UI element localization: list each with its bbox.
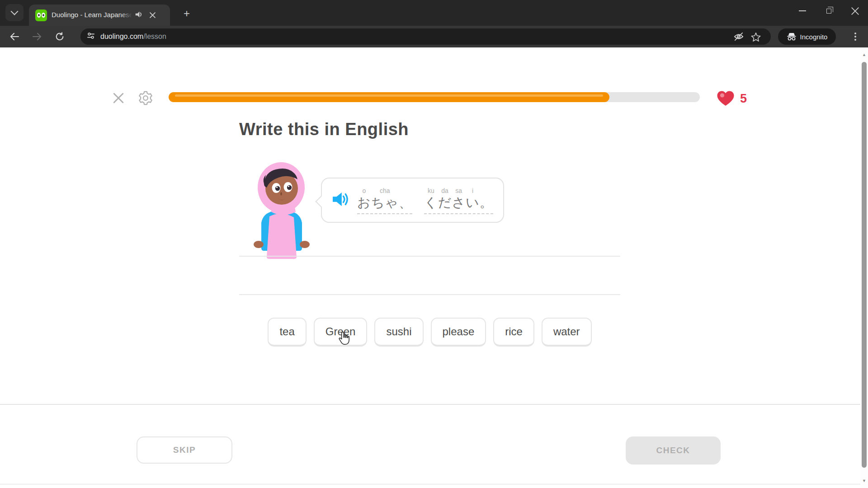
kana-text: い — [466, 195, 480, 210]
browser-menu-button[interactable] — [849, 30, 862, 43]
sentence-char: saさ — [452, 187, 466, 210]
tab-title: Duolingo - Learn Japanese — [52, 11, 132, 19]
cursor-pointer — [337, 331, 351, 348]
word-bank: teaGreensushipleasericewater — [239, 318, 620, 347]
lesson-page: 5 Write this in English — [0, 47, 860, 488]
page-scrollbar[interactable]: ▲ ▼ — [860, 47, 868, 488]
word-tile-sushi[interactable]: sushi — [374, 318, 423, 347]
tab-close-icon[interactable] — [148, 11, 156, 19]
new-tab-button[interactable]: + — [180, 7, 193, 20]
sentence-char: 、 — [399, 187, 412, 210]
kana-text: 、 — [399, 195, 412, 210]
challenge-prompt: Write this in English — [239, 120, 409, 139]
restore-icon — [826, 9, 831, 14]
lesson-progress-fill — [169, 92, 609, 102]
window-close-button[interactable] — [842, 0, 868, 22]
bookmark-star-icon[interactable] — [747, 28, 764, 45]
duolingo-favicon-icon — [35, 9, 47, 21]
lesson-progress-bar — [169, 92, 700, 102]
back-button[interactable] — [5, 26, 24, 47]
japanese-sentence[interactable]: oおchaちゃ、kuくdaだsaさiい。 — [357, 187, 493, 214]
sentence-char: kuく — [424, 187, 438, 210]
tab-search-button[interactable] — [5, 4, 24, 21]
chevron-down-icon — [11, 8, 19, 15]
kana-text: く — [424, 195, 438, 210]
furigana: sa — [455, 187, 462, 195]
answer-line-1 — [239, 256, 620, 257]
tab-strip: Duolingo - Learn Japanese + — [0, 0, 868, 26]
address-bar[interactable]: duolingo.com/lesson — [80, 28, 771, 45]
character-illustration — [249, 155, 314, 261]
bottom-hairline — [0, 484, 860, 484]
kana-text: だ — [438, 195, 452, 210]
kana-text: お — [357, 195, 371, 210]
answer-line-2 — [239, 294, 620, 295]
kana-text: 。 — [480, 195, 493, 210]
sentence-bubble: oおchaちゃ、kuくdaだsaさiい。 — [321, 178, 504, 223]
sentence-char: daだ — [438, 187, 452, 210]
incognito-icon — [787, 33, 797, 41]
minimize-icon — [799, 10, 806, 11]
word-tile-tea[interactable]: tea — [268, 318, 306, 347]
tab-audio-icon[interactable] — [135, 11, 143, 20]
word-tile-water[interactable]: water — [542, 318, 592, 347]
lesson-settings-button[interactable] — [137, 89, 154, 107]
furigana: da — [441, 187, 448, 195]
audio-play-button[interactable] — [332, 192, 349, 209]
forward-button[interactable] — [28, 26, 46, 47]
heart-icon — [717, 90, 735, 107]
incognito-badge: Incognito — [778, 28, 836, 45]
close-icon — [851, 7, 859, 15]
word-tile-rice[interactable]: rice — [493, 318, 534, 347]
footer-divider — [0, 404, 860, 405]
sentence-char: oお — [357, 187, 371, 210]
window-restore-button[interactable] — [816, 0, 842, 22]
browser-toolbar: duolingo.com/lesson — [0, 26, 868, 47]
browser-chrome: Duolingo - Learn Japanese + — [0, 0, 868, 47]
sentence-char: chaちゃ — [371, 187, 399, 210]
scrollbar-thumb[interactable] — [862, 62, 867, 468]
close-icon — [113, 92, 124, 104]
furigana: ku — [428, 187, 434, 195]
sentence-char: 。 — [480, 187, 493, 210]
scroll-up-arrow[interactable]: ▲ — [860, 51, 868, 58]
lesson-close-button[interactable] — [111, 90, 126, 106]
url-text[interactable]: duolingo.com/lesson — [100, 33, 166, 41]
hearts-count: 5 — [740, 92, 747, 106]
kana-text: ちゃ — [371, 195, 399, 210]
furigana: cha — [380, 187, 390, 195]
reload-button[interactable] — [51, 26, 69, 47]
bubble-tail — [315, 196, 326, 207]
preview-hidden-icon[interactable] — [730, 28, 747, 45]
hearts-indicator: 5 — [717, 90, 747, 107]
tab-duolingo[interactable]: Duolingo - Learn Japanese — [29, 5, 170, 26]
ruby-group[interactable]: kuくdaだsaさiい。 — [424, 187, 493, 214]
ruby-group[interactable]: oおchaちゃ、 — [357, 187, 412, 214]
incognito-label: Incognito — [800, 33, 828, 41]
furigana: o — [362, 187, 366, 195]
sentence-char: iい — [466, 187, 480, 210]
window-controls — [789, 0, 868, 22]
window-minimize-button[interactable] — [789, 0, 816, 22]
scroll-down-arrow[interactable]: ▼ — [860, 477, 868, 484]
kana-text: さ — [452, 195, 466, 210]
skip-button[interactable]: SKIP — [137, 436, 232, 464]
word-tile-please[interactable]: please — [431, 318, 486, 347]
gear-icon — [138, 90, 153, 106]
site-settings-icon[interactable] — [87, 32, 95, 42]
check-button[interactable]: CHECK — [626, 436, 721, 465]
speaker-icon — [332, 192, 349, 207]
furigana: i — [472, 187, 473, 195]
